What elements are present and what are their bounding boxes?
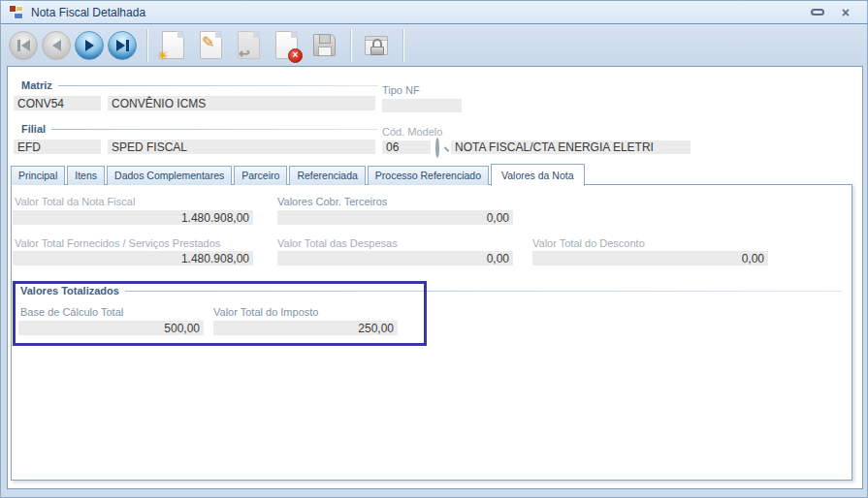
filial-group-label: Filial xyxy=(21,123,46,135)
toolbar-separator xyxy=(403,29,404,62)
tab-processo-referenciado[interactable]: Processo Referenciado xyxy=(368,166,489,185)
valores-cobr-terceiros-field[interactable]: 0,00 xyxy=(277,210,513,225)
form-area: Matriz CONV54 CONVÊNIO ICMS Filial EFD S… xyxy=(7,66,863,489)
previous-record-icon xyxy=(42,31,71,60)
new-record-icon[interactable]: ☀ xyxy=(155,28,190,63)
filial-code-field[interactable]: EFD xyxy=(14,140,101,154)
toolbar-separator xyxy=(351,29,352,62)
minimize-icon[interactable] xyxy=(811,9,824,16)
tab-principal[interactable]: Principal xyxy=(11,166,65,185)
matriz-name-field[interactable]: CONVÊNIO ICMS xyxy=(108,96,375,110)
valores-cobr-terceiros-label: Valores Cobr. Terceiros xyxy=(277,196,387,207)
titlebar: Nota Fiscal Detalhada × xyxy=(1,1,867,24)
valor-total-fornecidos-label: Valor Total Fornecidos / Serviços Presta… xyxy=(15,237,220,249)
matriz-code-field[interactable]: CONV54 xyxy=(14,96,101,110)
save-icon xyxy=(306,28,341,63)
window-frame: Nota Fiscal Detalhada × ☀ ✎ ↩ × xyxy=(0,0,868,498)
close-icon[interactable]: × xyxy=(842,6,850,19)
valor-total-desconto-label: Valor Total do Desconto xyxy=(532,237,645,249)
base-calculo-total-field[interactable]: 500,00 xyxy=(18,321,204,335)
valor-total-nota-field[interactable]: 1.480.908,00 xyxy=(13,210,253,225)
last-record-icon[interactable] xyxy=(108,31,137,60)
tab-parceiro[interactable]: Parceiro xyxy=(234,166,287,185)
app-form-icon xyxy=(9,5,24,20)
search-icon[interactable] xyxy=(435,140,448,152)
toolbar-separator xyxy=(147,29,148,62)
tipo-nf-label: Tipo NF xyxy=(382,84,420,96)
edit-record-icon[interactable]: ✎ xyxy=(193,28,228,63)
filial-name-field[interactable]: SPED FISCAL xyxy=(108,140,375,154)
security-lock-icon[interactable] xyxy=(359,28,394,63)
group-divider xyxy=(125,291,843,292)
first-record-icon xyxy=(9,31,38,60)
valor-total-fornecidos-field[interactable]: 1.480.908,00 xyxy=(13,251,253,265)
group-divider xyxy=(58,85,378,86)
undo-icon: ↩ xyxy=(231,28,266,63)
tab-dados-complementares[interactable]: Dados Complementares xyxy=(107,166,232,185)
cod-modelo-description-field[interactable]: NOTA FISCAL/CTA ENERGIA ELETRI xyxy=(451,140,691,154)
delete-record-icon[interactable]: × xyxy=(269,28,304,63)
tab-valores-da-nota[interactable]: Valores da Nota xyxy=(491,164,585,186)
toolbar: ☀ ✎ ↩ × xyxy=(1,24,867,66)
tipo-nf-field[interactable] xyxy=(382,99,462,112)
cod-modelo-field[interactable]: 06 xyxy=(382,140,431,154)
valor-total-imposto-field[interactable]: 250,00 xyxy=(213,321,398,335)
base-calculo-total-label: Base de Cálculo Total xyxy=(20,306,123,318)
group-divider xyxy=(51,129,378,130)
valor-total-despesas-field[interactable]: 0,00 xyxy=(277,251,513,265)
valor-total-imposto-label: Valor Total do Imposto xyxy=(213,306,318,318)
tab-strip: Principal Itens Dados Complementares Par… xyxy=(11,165,587,185)
cod-modelo-label: Cód. Modelo xyxy=(382,126,442,138)
matriz-group-label: Matriz xyxy=(21,79,52,91)
tab-itens[interactable]: Itens xyxy=(67,166,105,185)
tab-referenciada[interactable]: Referenciada xyxy=(289,166,365,185)
valor-total-desconto-field[interactable]: 0,00 xyxy=(532,251,768,265)
valor-total-despesas-label: Valor Total das Despesas xyxy=(277,237,398,249)
valor-total-nota-label: Valor Total da Nota Fiscal xyxy=(15,196,135,207)
window-title: Nota Fiscal Detalhada xyxy=(31,6,145,19)
valores-totalizados-group-label: Valores Totalizados xyxy=(20,285,119,296)
next-record-icon[interactable] xyxy=(75,31,104,60)
tab-panel-valores-da-nota: Valor Total da Nota Fiscal Valores Cobr.… xyxy=(11,184,852,481)
